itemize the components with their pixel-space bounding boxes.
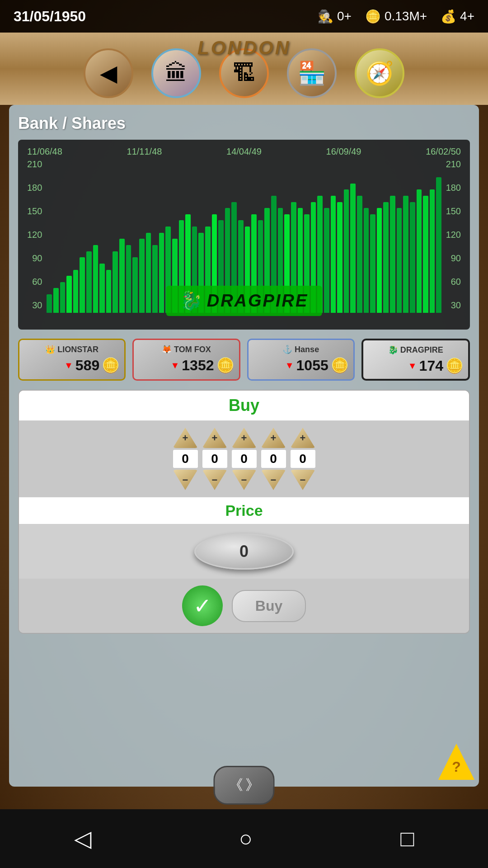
qty-controls: +0−+0−+0−+0−+0− (28, 428, 460, 490)
qty-plus-2[interactable]: + (232, 428, 257, 448)
stock-lionstar-name: 👑 LIONSTAR (24, 344, 120, 354)
buy-confirm-button[interactable]: Buy (232, 590, 306, 622)
buy-confirm-check-button[interactable]: ✓ (182, 585, 223, 626)
chart-bar-42 (324, 208, 329, 313)
audio-controls: 《 》 (214, 766, 275, 805)
chart-bar-14 (139, 239, 145, 313)
stock-hanse-value: ▼ 1055 🪙 (253, 357, 349, 374)
chart-y-labels-left: 210 180 150 120 90 60 30 (27, 159, 42, 313)
y-label-2: 150 (27, 206, 42, 217)
qty-plus-1[interactable]: + (202, 428, 227, 448)
price-coin-area: 0 (19, 524, 469, 579)
android-back-button[interactable]: ◁ (74, 826, 91, 852)
y-label-r3: 120 (446, 230, 461, 240)
stock-card-lionstar[interactable]: 👑 LIONSTAR ▼ 589 🪙 (18, 339, 126, 381)
qty-value-1: 0 (202, 450, 227, 468)
chart-y-labels-right: 210 180 150 120 90 60 30 (446, 159, 461, 313)
qty-minus-4[interactable]: − (291, 470, 315, 490)
qty-minus-2[interactable]: − (232, 470, 257, 490)
buy-title: Buy (229, 396, 259, 415)
price-label: Price (225, 502, 263, 519)
y-label-r4: 90 (446, 253, 461, 264)
android-recent-button[interactable]: □ (400, 826, 414, 852)
chart-bar-1 (53, 288, 59, 313)
qty-minus-0[interactable]: − (173, 470, 198, 490)
chart-bar-58 (430, 189, 435, 313)
status-bar: 31/05/1950 🕵️ 0+ 🪙 0.13M+ 💰 4+ (0, 0, 488, 33)
price-value: 0 (239, 542, 249, 561)
chart-bar-43 (331, 196, 336, 313)
compass-icon: 🧭 (366, 60, 394, 86)
chart-bar-57 (423, 196, 428, 313)
chart-bar-53 (397, 208, 402, 313)
chart-bar-11 (119, 239, 125, 313)
y-label-r1: 180 (446, 183, 461, 193)
back-button[interactable]: ◀ (84, 48, 133, 98)
tab-compass[interactable]: 🧭 (355, 48, 404, 98)
building-icon: 🏗 (233, 60, 255, 86)
chart-date-3: 16/09/49 (326, 146, 361, 157)
bank-panel: Bank / Shares 11/06/48 11/11/48 14/04/49… (9, 105, 479, 787)
anchor-icon: ⚓ (282, 344, 292, 354)
coin-display: 0 (194, 533, 294, 570)
stock-card-dragpire[interactable]: 🐉 DRAGPIRE ▼ 174 🪙 (361, 339, 470, 381)
stock-card-hanse[interactable]: ⚓ Hanse ▼ 1055 🪙 (247, 339, 355, 381)
stock-tomfox-value: ▼ 1352 🪙 (138, 357, 234, 374)
chart-bar-56 (417, 189, 422, 313)
chart-bar-5 (80, 257, 85, 313)
shop-icon: 🏪 (298, 60, 326, 86)
stock-dragpire-trend-icon: ▼ (408, 361, 417, 371)
checkmark-icon: ✓ (193, 593, 211, 618)
chart-bar-44 (337, 202, 343, 313)
dragpire-dragon-icon: 🐉 (180, 290, 202, 311)
qty-minus-3[interactable]: − (261, 470, 286, 490)
agent-icon: 🕵️ (318, 9, 333, 24)
agents-count: 🕵️ 0+ (318, 9, 352, 24)
stock-tomfox-trend-icon: ▼ (171, 360, 180, 371)
tab-bank[interactable]: 🏛 (151, 48, 201, 98)
status-right: 🕵️ 0+ 🪙 0.13M+ 💰 4+ (318, 9, 474, 24)
chart-bar-6 (86, 251, 92, 313)
qty-value-2: 0 (232, 450, 257, 468)
stock-lionstar-value: ▼ 589 🪙 (24, 357, 120, 374)
stock-hanse-coin-icon: 🪙 (331, 357, 349, 374)
qty-plus-3[interactable]: + (261, 428, 286, 448)
qty-value-3: 0 (261, 450, 286, 468)
y-label-5: 60 (27, 277, 42, 287)
help-button[interactable]: ? (438, 744, 474, 780)
qty-value-0: 0 (173, 450, 198, 468)
stock-hanse-trend-icon: ▼ (285, 360, 294, 371)
chart-bar-9 (106, 270, 112, 313)
money-count: 🪙 0.13M+ (365, 9, 427, 24)
buy-quantity-row: +0−+0−+0−+0−+0− (19, 421, 469, 497)
y-label-0: 210 (27, 159, 42, 170)
stock-tomfox-coin-icon: 🪙 (216, 357, 235, 374)
qty-plus-4[interactable]: + (291, 428, 315, 448)
coins-icon: 💰 (441, 9, 456, 24)
back-arrow-icon: ◀ (100, 60, 117, 86)
price-header: Price (19, 497, 469, 524)
stock-lionstar-trend-icon: ▼ (64, 360, 73, 371)
chart-bar-51 (383, 202, 389, 313)
chart-date-1: 11/11/48 (127, 146, 162, 157)
android-nav-bar: ◁ ○ □ (0, 809, 488, 868)
qty-group-0: +0− (173, 428, 198, 490)
android-home-button[interactable]: ○ (239, 826, 253, 852)
chart-watermark: 🐉 DRAGPIRE (166, 286, 322, 316)
qty-minus-1[interactable]: − (202, 470, 227, 490)
audio-button[interactable]: 《 》 (214, 766, 275, 805)
chart-bar-46 (350, 184, 356, 313)
bank-icon: 🏛 (165, 60, 188, 86)
coins-count: 💰 4+ (441, 9, 474, 24)
chart-watermark-text: DRAGPIRE (207, 291, 309, 311)
chart-bar-45 (344, 189, 349, 313)
lion-icon: 👑 (45, 344, 55, 354)
qty-group-1: +0− (202, 428, 227, 490)
money-icon: 🪙 (365, 9, 381, 24)
qty-plus-0[interactable]: + (173, 428, 198, 448)
stock-card-tomfox[interactable]: 🦊 TOM FOX ▼ 1352 🪙 (132, 339, 240, 381)
chart-bar-55 (410, 202, 415, 313)
tab-shop[interactable]: 🏪 (287, 48, 337, 98)
qty-group-4: +0− (291, 428, 315, 490)
chart-bar-3 (66, 276, 72, 313)
